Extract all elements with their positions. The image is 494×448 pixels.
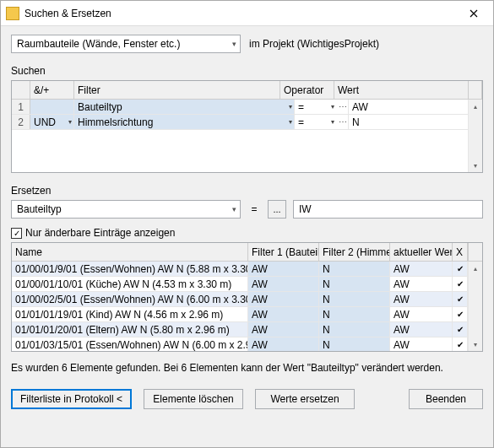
replace-label: Ersetzen — [11, 185, 483, 197]
app-icon — [6, 7, 19, 20]
results-row[interactable]: 01/00/01/10/01 (Küche) AW N (4.53 m x 3.… — [12, 277, 482, 292]
scroll-up-icon[interactable]: ▴ — [469, 100, 482, 113]
cell-filter1: AW — [248, 307, 319, 321]
cell-filter-value: Bauteiltyp — [78, 101, 122, 113]
close-icon — [470, 9, 478, 18]
dots-icon: ⋯ — [339, 117, 346, 127]
scope-combo-value: Raumbauteile (Wände, Fenster etc.) — [17, 38, 180, 50]
cell-include-checkbox[interactable]: ✔ — [453, 337, 468, 351]
scroll-up-icon[interactable]: ▴ — [469, 262, 482, 275]
cell-andor[interactable] — [30, 100, 74, 114]
cell-filter1: AW — [248, 337, 319, 351]
col-andor[interactable]: &/+ — [30, 81, 74, 99]
col-filter1[interactable]: Filter 1 (Bauteilt — [248, 243, 319, 261]
vertical-scrollbar[interactable]: ▴ ▾ — [468, 100, 482, 172]
search-grid: &/+ Filter Operator Wert 1 Bauteiltyp ▾ — [11, 80, 483, 173]
cell-filter1: AW — [248, 262, 319, 276]
search-label: Suchen — [11, 65, 483, 77]
replace-row: Bauteiltyp ▾ = ... IW — [11, 200, 483, 219]
chevron-down-icon: ▾ — [68, 118, 72, 126]
results-row[interactable]: 01/01/01/20/01 (Eltern) AW N (5.80 m x 2… — [12, 322, 482, 337]
col-name[interactable]: Name — [12, 243, 248, 261]
replace-values-button[interactable]: Werte ersetzen — [255, 389, 355, 409]
cell-filter-value: Himmelsrichtung — [78, 116, 153, 128]
scroll-down-icon[interactable]: ▾ — [469, 159, 482, 172]
cell-andor-value: UND — [34, 116, 56, 128]
cell-filter[interactable]: Himmelsrichtung ▾ — [74, 115, 295, 129]
cell-filter1: AW — [248, 277, 319, 291]
results-row[interactable]: 01/00/01/9/01 (Essen/Wohnen) AW N (5.88 … — [12, 262, 482, 277]
cell-include-checkbox[interactable]: ✔ — [453, 307, 468, 321]
cell-current: AW — [390, 262, 453, 276]
cell-filter2: N — [319, 262, 390, 276]
content-area: Raumbauteile (Wände, Fenster etc.) ▾ im … — [1, 26, 493, 447]
col-filter2[interactable]: Filter 2 (Himmels — [319, 243, 390, 261]
replace-value: IW — [299, 203, 312, 215]
cell-name: 01/01/01/20/01 (Eltern) AW N (5.80 m x 2… — [12, 322, 248, 337]
close-button[interactable] — [454, 1, 493, 26]
editable-only-checkbox-row[interactable]: ✓ Nur änderbare Einträge anzeigen — [11, 227, 483, 239]
cell-filter2: N — [319, 277, 390, 291]
chevron-down-icon: ▾ — [232, 205, 236, 213]
cell-operator[interactable]: = ▾ ⋯ — [295, 100, 349, 114]
scope-combo[interactable]: Raumbauteile (Wände, Fenster etc.) ▾ — [11, 35, 241, 53]
close-button[interactable]: Beenden — [409, 389, 483, 409]
col-x[interactable]: X — [453, 243, 468, 261]
col-current[interactable]: aktueller Wert v — [390, 243, 453, 261]
col-operator[interactable]: Operator — [280, 81, 334, 99]
search-row[interactable]: 1 Bauteiltyp ▾ = ▾ ⋯ AW — [12, 100, 482, 115]
replace-value-input[interactable]: IW — [293, 200, 483, 219]
chevron-down-icon: ▾ — [232, 40, 236, 48]
col-rownum[interactable] — [12, 81, 30, 99]
window-title: Suchen & Ersetzen — [24, 8, 454, 19]
search-row[interactable]: 2 UND ▾ Himmelsrichtung ▾ = ▾ ⋯ N — [12, 115, 482, 130]
protokoll-button[interactable]: Filterliste in Protokoll < — [11, 389, 132, 409]
results-row[interactable]: 01/00/02/5/01 (Essen/Wohnen) AW N (6.00 … — [12, 292, 482, 307]
cell-filter2: N — [319, 322, 390, 337]
cell-current: AW — [390, 307, 453, 321]
dialog-window: Suchen & Ersetzen Raumbauteile (Wände, F… — [0, 0, 494, 448]
equals-sign: = — [247, 203, 261, 215]
cell-name: 01/01/03/15/01 (Essen/Wohnen) AW N (6.00… — [12, 337, 248, 351]
checkbox[interactable]: ✓ — [11, 228, 22, 239]
cell-filter1: AW — [248, 322, 319, 337]
button-row: Filterliste in Protokoll < Elemente lösc… — [11, 389, 483, 409]
cell-name: 01/00/01/9/01 (Essen/Wohnen) AW N (5.88 … — [12, 262, 248, 276]
results-body: 01/00/01/9/01 (Essen/Wohnen) AW N (5.88 … — [12, 262, 482, 351]
cell-current: AW — [390, 277, 453, 291]
col-scroll-spacer — [468, 243, 482, 261]
cell-operator[interactable]: = ▾ ⋯ — [295, 115, 349, 129]
delete-elements-button[interactable]: Elemente löschen — [144, 389, 243, 409]
vertical-scrollbar[interactable]: ▴ ▾ — [468, 262, 482, 351]
col-wert[interactable]: Wert — [334, 81, 468, 99]
cell-name: 01/00/02/5/01 (Essen/Wohnen) AW N (6.00 … — [12, 292, 248, 306]
chevron-down-icon: ▾ — [331, 103, 334, 111]
cell-filter2: N — [319, 337, 390, 351]
cell-include-checkbox[interactable]: ✔ — [453, 262, 468, 276]
scope-context: im Projekt (WichtigesProjekt) — [249, 38, 379, 50]
chevron-down-icon: ▾ — [289, 103, 292, 111]
scope-row: Raumbauteile (Wände, Fenster etc.) ▾ im … — [11, 35, 483, 53]
titlebar[interactable]: Suchen & Ersetzen — [1, 1, 493, 26]
cell-include-checkbox[interactable]: ✔ — [453, 322, 468, 337]
row-number: 1 — [12, 100, 30, 114]
cell-include-checkbox[interactable]: ✔ — [453, 292, 468, 306]
cell-filter[interactable]: Bauteiltyp ▾ — [74, 100, 295, 114]
cell-filter2: N — [319, 307, 390, 321]
cell-name: 01/00/01/10/01 (Küche) AW N (4.53 m x 3.… — [12, 277, 248, 291]
results-row[interactable]: 01/01/03/15/01 (Essen/Wohnen) AW N (6.00… — [12, 337, 482, 351]
replace-field-combo[interactable]: Bauteiltyp ▾ — [11, 200, 241, 219]
cell-filter2: N — [319, 292, 390, 306]
browse-button[interactable]: ... — [268, 200, 286, 219]
col-filter[interactable]: Filter — [74, 81, 280, 99]
cell-name: 01/01/01/19/01 (Kind) AW N (4.56 m x 2.9… — [12, 307, 248, 321]
cell-wert[interactable]: N — [349, 115, 482, 129]
replace-field-value: Bauteiltyp — [17, 203, 62, 215]
results-row[interactable]: 01/01/01/19/01 (Kind) AW N (4.56 m x 2.9… — [12, 307, 482, 322]
dots-icon: ⋯ — [339, 102, 346, 111]
cell-andor[interactable]: UND ▾ — [30, 115, 74, 129]
cell-wert[interactable]: AW — [349, 100, 482, 114]
cell-include-checkbox[interactable]: ✔ — [453, 277, 468, 291]
scroll-down-icon[interactable]: ▾ — [469, 337, 482, 351]
cell-operator-value: = — [298, 116, 304, 128]
